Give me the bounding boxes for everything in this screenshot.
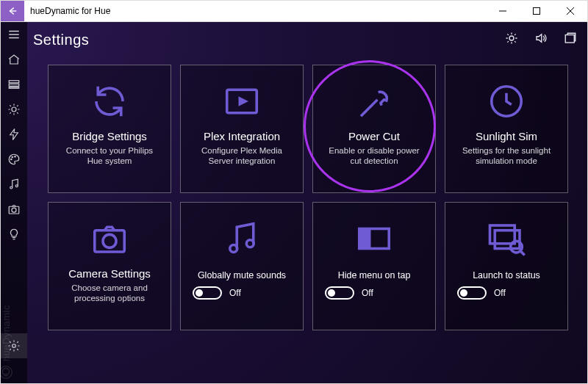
toggle-state: Off bbox=[362, 288, 373, 298]
toggle-switch[interactable] bbox=[457, 286, 487, 300]
status-search-icon bbox=[487, 210, 526, 267]
nav-hamburger[interactable] bbox=[1, 22, 27, 47]
svg-point-8 bbox=[10, 186, 12, 189]
window-titlebar: hueDynamic for Hue bbox=[0, 0, 588, 22]
svg-rect-3 bbox=[9, 87, 19, 89]
toggle-state: Off bbox=[494, 288, 506, 298]
tile-title: Launch to status bbox=[473, 270, 540, 280]
nav-home[interactable] bbox=[1, 47, 27, 72]
svg-rect-1 bbox=[9, 81, 19, 83]
tile-title: Bridge Settings bbox=[72, 130, 147, 142]
tile-power-cut[interactable]: Power Cut Enable or disable power cut de… bbox=[312, 65, 436, 193]
tiles-grid: Bridge Settings Connect to your Philips … bbox=[48, 65, 580, 330]
tile-camera-settings[interactable]: Camera Settings Choose camera and proces… bbox=[48, 202, 171, 330]
page-title: Settings bbox=[33, 32, 89, 48]
nav-settings[interactable] bbox=[1, 333, 27, 358]
back-button[interactable] bbox=[1, 1, 24, 21]
tile-desc: Choose camera and processing options bbox=[56, 283, 163, 304]
toggle-switch[interactable] bbox=[193, 286, 222, 300]
tile-title: Sunlight Sim bbox=[476, 130, 537, 142]
close-button[interactable] bbox=[553, 0, 587, 22]
maximize-button[interactable] bbox=[520, 0, 553, 22]
toggle-state: Off bbox=[229, 288, 241, 298]
nav-bulb[interactable] bbox=[1, 222, 27, 247]
page-header: Settings bbox=[27, 22, 587, 57]
svg-point-9 bbox=[15, 185, 18, 187]
tile-launch-status[interactable]: Launch to status Off bbox=[445, 202, 568, 330]
tiles-area[interactable]: Bridge Settings Connect to your Philips … bbox=[27, 57, 587, 383]
tile-desc: Enable or disable power cut detection bbox=[320, 145, 428, 167]
tile-title: Plex Integration bbox=[204, 130, 280, 142]
app-body: hueDynamic Settings bbox=[0, 22, 588, 384]
svg-point-7 bbox=[15, 156, 16, 158]
fullscreen-icon[interactable] bbox=[564, 32, 577, 48]
tile-title: Hide menu on tap bbox=[338, 270, 411, 280]
tile-desc: Configure Plex Media Server integration bbox=[188, 145, 295, 167]
clock-icon bbox=[487, 73, 526, 130]
sync-icon bbox=[90, 73, 129, 130]
tile-global-mute[interactable]: Globally mute sounds Off bbox=[180, 202, 304, 330]
brightness-icon[interactable] bbox=[505, 32, 518, 48]
nav-sunlight[interactable] bbox=[1, 97, 27, 122]
nav-music[interactable] bbox=[1, 172, 27, 197]
tile-title: Power Cut bbox=[348, 130, 400, 142]
svg-point-14 bbox=[509, 36, 514, 40]
play-rect-icon bbox=[222, 73, 262, 130]
svg-rect-23 bbox=[359, 229, 371, 249]
svg-rect-15 bbox=[565, 35, 574, 43]
volume-icon[interactable] bbox=[534, 32, 548, 48]
svg-point-6 bbox=[12, 156, 13, 158]
svg-point-11 bbox=[12, 208, 16, 212]
wrench-icon bbox=[354, 73, 394, 130]
svg-point-20 bbox=[230, 245, 237, 253]
nav-camera[interactable] bbox=[1, 197, 27, 222]
svg-rect-2 bbox=[9, 84, 19, 86]
svg-point-5 bbox=[11, 159, 12, 160]
nav-scenes[interactable] bbox=[1, 72, 27, 97]
minimize-button[interactable] bbox=[486, 0, 520, 22]
window-title: hueDynamic for Hue bbox=[30, 6, 110, 16]
tile-title: Globally mute sounds bbox=[198, 270, 286, 280]
nav-dynamic[interactable] bbox=[1, 122, 27, 147]
svg-point-21 bbox=[246, 240, 254, 247]
camera-icon bbox=[90, 210, 129, 267]
tile-desc: Connect to your Philips Hue system bbox=[56, 145, 163, 167]
tile-plex-integration[interactable]: Plex Integration Configure Plex Media Se… bbox=[180, 65, 304, 193]
tile-title: Camera Settings bbox=[68, 267, 151, 280]
tile-hide-menu[interactable]: Hide menu on tap Off bbox=[312, 202, 436, 330]
music-icon bbox=[222, 210, 262, 267]
svg-point-4 bbox=[12, 107, 16, 112]
tile-bridge-settings[interactable]: Bridge Settings Connect to your Philips … bbox=[48, 65, 171, 193]
side-nav bbox=[1, 22, 27, 383]
tile-desc: Settings for the sunlight simulation mod… bbox=[453, 145, 560, 167]
nav-colors[interactable] bbox=[1, 147, 27, 172]
tile-sunlight-sim[interactable]: Sunlight Sim Settings for the sunlight s… bbox=[445, 65, 568, 193]
svg-point-19 bbox=[103, 234, 116, 247]
toggle-switch[interactable] bbox=[325, 286, 354, 300]
svg-point-12 bbox=[12, 344, 16, 348]
svg-rect-0 bbox=[534, 8, 540, 15]
panel-icon bbox=[354, 210, 394, 267]
